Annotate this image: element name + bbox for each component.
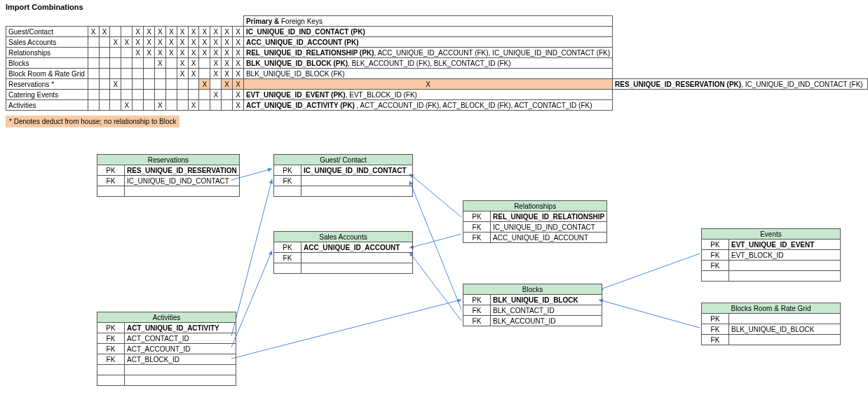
- entity-title: Reservations: [97, 155, 240, 165]
- x-cell: [121, 90, 133, 100]
- field-name: EVT_BLOCK_ID: [729, 250, 841, 261]
- row-label: Block Room & Rate Grid: [6, 69, 88, 79]
- key-type: FK: [274, 176, 301, 186]
- entity-row: FKACT_BLOCK_ID: [97, 354, 236, 365]
- x-cell: X: [177, 27, 188, 37]
- keys-cell: BLK_UNIQUE_ID_BLOCK (PK), BLK_ACCOUNT_ID…: [243, 58, 612, 69]
- x-cell: [188, 90, 199, 100]
- x-cell: [144, 69, 155, 79]
- key-type: PK: [274, 242, 301, 253]
- connector: [409, 174, 461, 217]
- connector: [409, 181, 461, 310]
- entity-row: PKACT_UNIQUE_ID_ACTIVITY: [97, 323, 236, 333]
- entity-row: PK: [702, 314, 841, 324]
- key-type: FK: [702, 324, 729, 335]
- key-type: PK: [274, 165, 301, 176]
- x-cell: [99, 48, 110, 58]
- row-label: Sales Accounts: [6, 37, 88, 48]
- entity-row: FK: [702, 261, 841, 271]
- x-cell: X: [88, 27, 99, 37]
- x-cell: X: [144, 37, 155, 48]
- x-cell: X: [222, 48, 233, 58]
- entity-row: FKEVT_BLOCK_ID: [702, 250, 841, 261]
- keys-cell: ACT_UNIQUE_ID_ACTIVITY (PK) , ACT_ACCOUN…: [243, 100, 612, 111]
- field-name: [301, 253, 413, 263]
- connector: [231, 300, 461, 359]
- entity-row: [97, 375, 236, 386]
- x-cell: X: [210, 37, 222, 48]
- combo-row: ActivitiesXXXXACT_UNIQUE_ID_ACTIVITY (PK…: [6, 100, 868, 111]
- entity-row: FK: [274, 253, 413, 263]
- x-cell: X: [233, 48, 244, 58]
- x-cell: [133, 69, 144, 79]
- x-cell: X: [144, 48, 155, 58]
- x-cell: [144, 58, 155, 69]
- field-name: ACC_UNIQUE_ID_ACCOUNT: [301, 242, 413, 253]
- x-cell: [88, 58, 99, 69]
- key-type: PK: [702, 240, 729, 250]
- x-cell: X: [222, 79, 233, 90]
- x-cell: [133, 100, 144, 111]
- field-name: ACT_BLOCK_ID: [125, 354, 236, 365]
- row-label: Guest/Contact: [6, 27, 88, 37]
- entity-title: Activities: [97, 312, 236, 323]
- entity-row: PKEVT_UNIQUE_ID_EVENT: [702, 240, 841, 250]
- x-cell: [99, 37, 110, 48]
- x-cell: [99, 100, 110, 111]
- field-name: ACT_ACCOUNT_ID: [125, 344, 236, 354]
- field-name: [125, 375, 236, 386]
- field-name: BLK_ACCOUNT_ID: [491, 316, 602, 326]
- keys-cell: RES_UNIQUE_ID_RESERVATION (PK), IC_UNIQU…: [613, 79, 868, 90]
- x-cell: [99, 79, 110, 90]
- entity-row: FKACT_CONTACT_ID: [97, 333, 236, 344]
- keys-cell: BLK_UNIQUE_ID_BLOCK (FK): [243, 69, 612, 79]
- x-cell: X: [154, 48, 165, 58]
- combo-row: Sales AccountsXXXXXXXXXXXXACC_UNIQUE_ID_…: [6, 37, 868, 48]
- x-cell: [88, 79, 99, 90]
- combinations-table: Primary & Foreign KeysGuest/ContactXXXXX…: [6, 15, 868, 111]
- x-cell: [99, 90, 110, 100]
- entity-guest_contact: Guest/ ContactPKIC_UNIQUE_ID_IND_CONTACT…: [273, 154, 413, 197]
- x-cell: [88, 69, 99, 79]
- x-cell: [121, 48, 133, 58]
- key-type: FK: [97, 354, 125, 365]
- x-cell: X: [199, 27, 210, 37]
- x-cell: [177, 100, 188, 111]
- x-cell: [110, 90, 121, 100]
- combo-row: Block Room & Rate GridXXXXXBLK_UNIQUE_ID…: [6, 69, 868, 79]
- x-cell: X: [165, 37, 177, 48]
- combo-row: RelationshipsXXXXXXXXXXREL_UNIQUE_ID_REL…: [6, 48, 868, 58]
- key-type: FK: [463, 305, 491, 316]
- x-cell: [188, 79, 199, 90]
- x-cell: X: [154, 58, 165, 69]
- x-cell: X: [233, 27, 244, 37]
- entity-row: [97, 365, 236, 375]
- x-cell: [110, 69, 121, 79]
- x-cell: [165, 90, 177, 100]
- keys-cell: IC_UNIQUE_ID_IND_CONTACT (PK): [243, 27, 612, 37]
- x-cell: X: [222, 27, 233, 37]
- entity-row: FKACC_UNIQUE_ID_ACCOUNT: [463, 233, 607, 243]
- x-cell: X: [210, 48, 222, 58]
- entity-row: FK: [702, 335, 841, 345]
- key-type: [97, 375, 125, 386]
- x-cell: X: [133, 27, 144, 37]
- entity-blocks_room_rate: Blocks Room & Rate GridPKFKBLK_UNIQUE_ID…: [701, 303, 841, 345]
- x-cell: X: [177, 48, 188, 58]
- entity-row: PKBLK_UNIQUE_ID_BLOCK: [463, 295, 602, 305]
- page-title: Import Combinations: [6, 3, 83, 11]
- x-cell: [99, 69, 110, 79]
- x-cell: [199, 90, 210, 100]
- keys-cell: ACC_UNIQUE_ID_ACCOUNT (PK): [243, 37, 612, 48]
- x-cell: X: [121, 100, 133, 111]
- key-type: PK: [463, 212, 491, 222]
- x-cell: X: [233, 58, 244, 69]
- x-cell: X: [199, 79, 210, 90]
- x-cell: [121, 79, 133, 90]
- key-type: PK: [463, 295, 491, 305]
- entity-row: [97, 186, 240, 197]
- entity-row: PKREL_UNIQUE_ID_RELATIONSHIP: [463, 212, 607, 222]
- x-cell: [154, 79, 165, 90]
- key-type: FK: [702, 335, 729, 345]
- entity-title: Blocks: [463, 284, 602, 295]
